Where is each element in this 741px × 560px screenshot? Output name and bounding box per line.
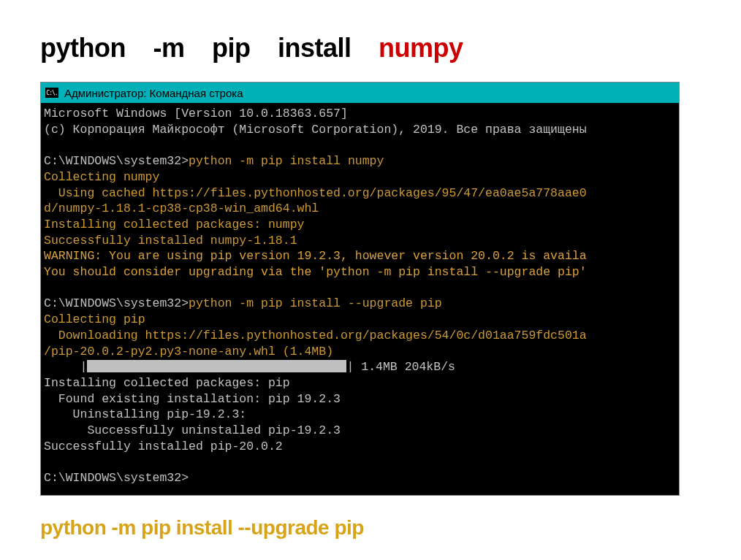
terminal-line: /pip-20.0.2-py2.py3-none-any.whl (1.4MB) [44, 345, 333, 358]
terminal-command: python -m pip install --upgrade pip [189, 296, 442, 310]
header-word-install: install [278, 33, 352, 64]
terminal-line: Installing collected packages: pip [44, 376, 290, 390]
terminal-line: Successfully installed numpy-1.18.1 [44, 234, 297, 248]
header-command: python -m pip install numpy [40, 33, 719, 64]
window-titlebar[interactable]: C:\. Администратор: Командная строка [41, 83, 679, 103]
header-word-m: -m [153, 33, 185, 64]
terminal-line: Successfully installed pip-20.0.2 [44, 440, 283, 453]
terminal-line: Collecting numpy [44, 170, 159, 184]
terminal-line: Downloading https://files.pythonhosted.o… [44, 329, 587, 342]
terminal-line: Microsoft Windows [Version 10.0.18363.65… [44, 107, 348, 120]
terminal-line: Found existing installation: pip 19.2.3 [44, 392, 341, 406]
terminal-warning: WARNING: You are using pip version 19.2.… [44, 249, 587, 263]
terminal-line: d/numpy-1.18.1-cp38-cp38-win_amd64.whl [44, 202, 319, 215]
header-word-pip: pip [212, 33, 250, 64]
cmd-icon: C:\. [45, 88, 58, 98]
terminal-line: Installing collected packages: numpy [44, 218, 304, 231]
header-word-python: python [40, 33, 126, 64]
terminal-line: Using cached https://files.pythonhosted.… [44, 186, 587, 200]
progress-bar [87, 360, 346, 372]
progress-indent: | [44, 360, 87, 374]
command-prompt-window: C:\. Администратор: Командная строка Mic… [40, 82, 680, 496]
terminal-prompt: C:\WINDOWS\system32> [44, 154, 189, 168]
terminal-line: (c) Корпорация Майкрософт (Microsoft Cor… [44, 123, 587, 137]
terminal-prompt: C:\WINDOWS\system32> [44, 471, 189, 485]
terminal-warning: You should consider upgrading via the 'p… [44, 265, 587, 279]
footer-command: python -m pip install --upgrade pip [40, 516, 719, 540]
terminal-prompt: C:\WINDOWS\system32> [44, 296, 189, 310]
terminal-command: python -m pip install numpy [189, 154, 384, 168]
terminal-line: Successfully uninstalled pip-19.2.3 [44, 423, 341, 437]
window-title: Администратор: Командная строка [64, 87, 243, 99]
header-word-package: numpy [379, 33, 463, 64]
progress-tail: | 1.4MB 204kB/s [346, 360, 455, 374]
terminal-line: Uninstalling pip-19.2.3: [44, 407, 246, 421]
terminal-output[interactable]: Microsoft Windows [Version 10.0.18363.65… [41, 103, 679, 495]
terminal-line: Collecting pip [44, 312, 145, 326]
